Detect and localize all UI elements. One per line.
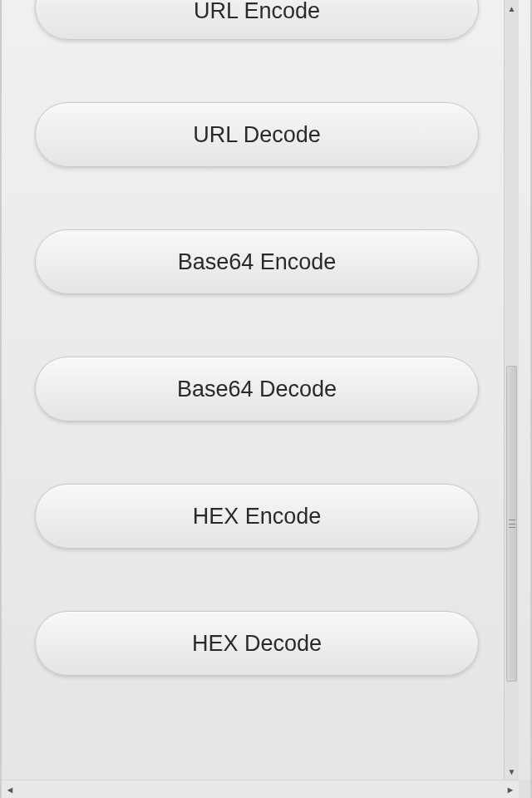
hex-decode-button[interactable]: HEX Decode [35,611,479,676]
url-decode-button[interactable]: URL Decode [35,102,479,167]
horizontal-scrollbar[interactable]: ◄ ► [2,780,519,798]
scroll-up-arrow-icon[interactable]: ▲ [505,2,519,15]
base64-decode-button[interactable]: Base64 Decode [35,357,479,421]
scroll-down-arrow-icon[interactable]: ▼ [505,765,519,778]
button-label: Base64 Encode [178,249,337,275]
url-encode-button[interactable]: URL Encode [35,0,479,40]
button-label: HEX Decode [192,631,322,657]
content-area: URL Encode URL Decode Base64 Encode Base… [10,0,504,780]
scroll-corner [519,780,530,798]
vertical-scroll-thumb[interactable] [506,366,517,682]
button-label: HEX Encode [193,504,322,530]
hex-encode-button[interactable]: HEX Encode [35,484,479,549]
vertical-scrollbar[interactable]: ▲ ▼ [504,0,519,780]
button-label: Base64 Decode [177,377,337,402]
base64-encode-button[interactable]: Base64 Encode [35,229,479,294]
button-label: URL Encode [194,0,320,24]
app-frame: URL Encode URL Decode Base64 Encode Base… [0,0,532,798]
scroll-grip-icon [509,520,515,528]
scroll-right-arrow-icon[interactable]: ► [504,781,517,798]
button-label: URL Decode [193,122,321,148]
scroll-left-arrow-icon[interactable]: ◄ [3,781,17,798]
button-list: URL Encode URL Decode Base64 Encode Base… [10,0,504,676]
